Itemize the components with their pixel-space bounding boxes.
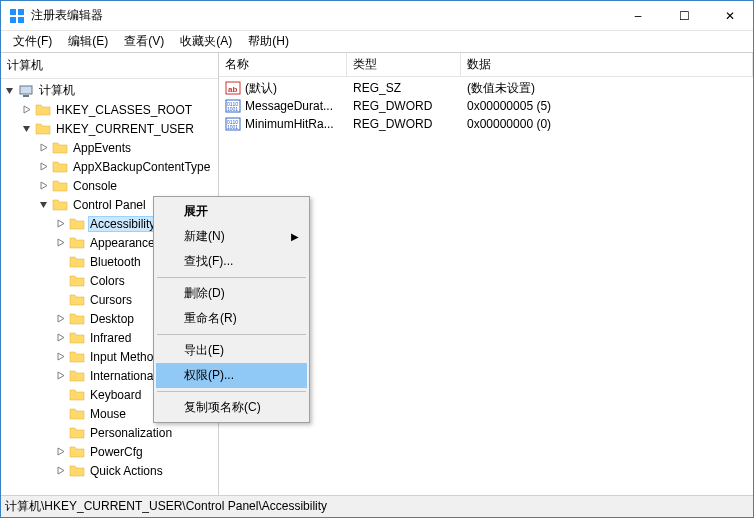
titlebar: 注册表编辑器 – ☐ ✕ xyxy=(1,1,753,31)
tree-item-label: Mouse xyxy=(88,406,128,422)
tree-item[interactable]: Quick Actions xyxy=(1,461,218,480)
folder-icon xyxy=(35,121,51,137)
col-type[interactable]: 类型 xyxy=(347,53,461,77)
chevron-right-icon[interactable] xyxy=(54,464,67,477)
tree-item-label: Desktop xyxy=(88,311,136,327)
tree-header: 计算机 xyxy=(1,53,218,79)
window-controls: – ☐ ✕ xyxy=(615,1,753,30)
folder-icon xyxy=(69,387,85,403)
cell-type: REG_DWORD xyxy=(347,117,461,131)
tree-item[interactable]: HKEY_CLASSES_ROOT xyxy=(1,100,218,119)
twisty-none xyxy=(54,388,67,401)
chevron-right-icon[interactable] xyxy=(54,445,67,458)
ctx-find[interactable]: 查找(F)... xyxy=(156,249,307,274)
chevron-down-icon[interactable] xyxy=(20,122,33,135)
folder-icon xyxy=(69,349,85,365)
chevron-right-icon: ▶ xyxy=(291,231,299,242)
menu-edit[interactable]: 编辑(E) xyxy=(60,31,116,52)
folder-icon xyxy=(69,425,85,441)
folder-icon xyxy=(69,292,85,308)
svg-text:1001: 1001 xyxy=(227,124,238,130)
folder-icon xyxy=(52,197,68,213)
ctx-new[interactable]: 新建(N)▶ xyxy=(156,224,307,249)
chevron-down-icon[interactable] xyxy=(3,84,16,97)
folder-icon xyxy=(35,102,51,118)
tree-item-label: Colors xyxy=(88,273,127,289)
cell-data: (数值未设置) xyxy=(461,80,753,97)
ctx-rename[interactable]: 重命名(R) xyxy=(156,306,307,331)
cell-data: 0x00000000 (0) xyxy=(461,117,753,131)
folder-icon xyxy=(69,273,85,289)
tree-item-label: AppXBackupContentType xyxy=(71,159,212,175)
col-name[interactable]: 名称 xyxy=(219,53,347,77)
list-rows: ab(默认)REG_SZ(数值未设置)01101001MessageDurat.… xyxy=(219,77,753,133)
list-header: 名称 类型 数据 xyxy=(219,53,753,77)
tree-item-label: Appearance xyxy=(88,235,157,251)
ctx-expand[interactable]: 展开 xyxy=(156,199,307,224)
tree-item[interactable]: Personalization xyxy=(1,423,218,442)
value-name-label: (默认) xyxy=(245,80,277,97)
menu-favorites[interactable]: 收藏夹(A) xyxy=(172,31,240,52)
ctx-permissions[interactable]: 权限(P)... xyxy=(156,363,307,388)
menu-file[interactable]: 文件(F) xyxy=(5,31,60,52)
twisty-none xyxy=(54,426,67,439)
tree-item-label: International xyxy=(88,368,158,384)
menu-help[interactable]: 帮助(H) xyxy=(240,31,297,52)
cell-name: 01101001MessageDurat... xyxy=(219,98,347,114)
folder-icon xyxy=(52,140,68,156)
chevron-right-icon[interactable] xyxy=(37,179,50,192)
chevron-down-icon[interactable] xyxy=(37,198,50,211)
chevron-right-icon[interactable] xyxy=(54,312,67,325)
chevron-right-icon[interactable] xyxy=(37,160,50,173)
folder-icon xyxy=(69,463,85,479)
tree-item-label: 计算机 xyxy=(37,81,77,100)
folder-icon xyxy=(69,311,85,327)
window-title: 注册表编辑器 xyxy=(31,7,615,24)
tree-root[interactable]: 计算机 xyxy=(1,81,218,100)
value-row[interactable]: ab(默认)REG_SZ(数值未设置) xyxy=(219,79,753,97)
chevron-right-icon[interactable] xyxy=(37,141,50,154)
chevron-right-icon[interactable] xyxy=(54,350,67,363)
value-row[interactable]: 01101001MessageDurat...REG_DWORD0x000000… xyxy=(219,97,753,115)
col-data[interactable]: 数据 xyxy=(461,53,753,77)
tree-item[interactable]: AppEvents xyxy=(1,138,218,157)
tree-item[interactable]: AppXBackupContentType xyxy=(1,157,218,176)
menu-view[interactable]: 查看(V) xyxy=(116,31,172,52)
cell-name: 01101001MinimumHitRa... xyxy=(219,116,347,132)
chevron-right-icon[interactable] xyxy=(20,103,33,116)
chevron-right-icon[interactable] xyxy=(54,217,67,230)
folder-icon xyxy=(69,330,85,346)
value-row[interactable]: 01101001MinimumHitRa...REG_DWORD0x000000… xyxy=(219,115,753,133)
ctx-separator xyxy=(157,334,306,335)
chevron-right-icon[interactable] xyxy=(54,236,67,249)
ctx-separator xyxy=(157,277,306,278)
svg-text:ab: ab xyxy=(228,85,237,94)
ctx-export[interactable]: 导出(E) xyxy=(156,338,307,363)
tree-item[interactable]: HKEY_CURRENT_USER xyxy=(1,119,218,138)
svg-rect-2 xyxy=(10,17,16,23)
chevron-right-icon[interactable] xyxy=(54,369,67,382)
tree-item[interactable]: Console xyxy=(1,176,218,195)
minimize-button[interactable]: – xyxy=(615,1,661,30)
svg-rect-5 xyxy=(23,95,29,97)
statusbar: 计算机\HKEY_CURRENT_USER\Control Panel\Acce… xyxy=(1,495,753,517)
close-button[interactable]: ✕ xyxy=(707,1,753,30)
tree-item-label: Infrared xyxy=(88,330,133,346)
folder-icon xyxy=(69,235,85,251)
statusbar-path: 计算机\HKEY_CURRENT_USER\Control Panel\Acce… xyxy=(5,498,327,515)
tree-item-label: Accessibility xyxy=(88,216,157,232)
maximize-button[interactable]: ☐ xyxy=(661,1,707,30)
tree-item[interactable]: PowerCfg xyxy=(1,442,218,461)
tree-item-label: Input Method xyxy=(88,349,162,365)
content-area: 计算机 计算机HKEY_CLASSES_ROOTHKEY_CURRENT_USE… xyxy=(1,53,753,495)
svg-text:1001: 1001 xyxy=(227,106,238,112)
menubar: 文件(F) 编辑(E) 查看(V) 收藏夹(A) 帮助(H) xyxy=(1,31,753,53)
chevron-right-icon[interactable] xyxy=(54,331,67,344)
ctx-copy-key-name[interactable]: 复制项名称(C) xyxy=(156,395,307,420)
ctx-delete[interactable]: 删除(D) xyxy=(156,281,307,306)
folder-icon xyxy=(52,178,68,194)
svg-rect-1 xyxy=(18,9,24,15)
tree-item-label: PowerCfg xyxy=(88,444,145,460)
value-binary-icon: 01101001 xyxy=(225,98,241,114)
svg-rect-3 xyxy=(18,17,24,23)
